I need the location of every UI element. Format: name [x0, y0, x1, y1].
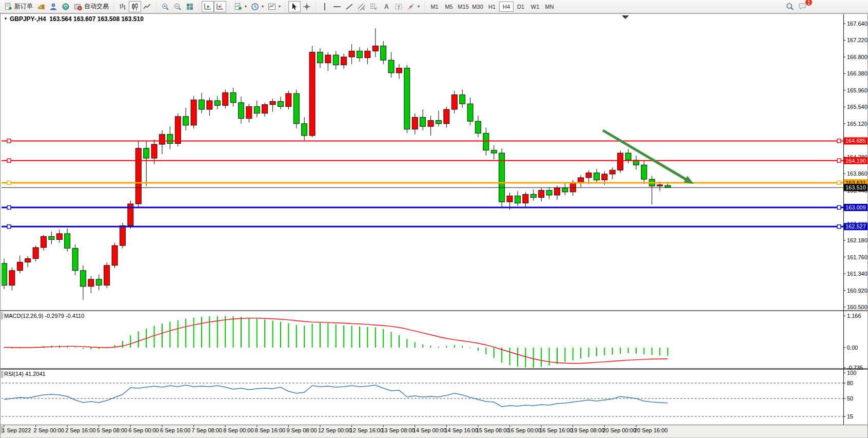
timeframe-m15[interactable]: M15 [456, 2, 470, 12]
trendline-tool-button[interactable] [343, 1, 356, 12]
mt4-window: 新订单 自动交易 [0, 0, 868, 438]
hline-handle[interactable] [837, 225, 841, 228]
timeframe-w1[interactable]: W1 [528, 2, 542, 12]
candle-body [286, 93, 291, 107]
clock-icon [251, 3, 259, 11]
fibonacci-tool-button[interactable]: F [368, 1, 380, 12]
pane-separator [1, 425, 867, 425]
candle-body [586, 173, 591, 178]
candle-body [412, 117, 418, 129]
candle-body [444, 109, 449, 124]
channel-tool-button[interactable]: E [356, 1, 368, 12]
current-price-label: 163.510 [845, 184, 866, 191]
hline-handle[interactable] [837, 206, 841, 210]
hline-handle[interactable] [7, 206, 11, 210]
symbol-dropdown-icon[interactable]: ▼ [4, 16, 8, 21]
arrows-tool-button[interactable]: ▾ [405, 1, 422, 12]
text-tool-button[interactable]: A [380, 1, 392, 12]
hline-handle[interactable] [7, 139, 11, 143]
price-axis-label: 166.380 [847, 70, 867, 77]
vertical-line-icon [321, 3, 329, 11]
toolbar-separator [423, 2, 426, 12]
crosshair-button[interactable] [301, 1, 313, 12]
dropdown-arrow-icon: ▾ [245, 4, 247, 9]
time-axis-label: 13 Sep 08:00 [381, 427, 415, 433]
line-chart-button[interactable] [141, 1, 153, 12]
time-axis-label: 12 Sep 16:00 [350, 427, 383, 433]
symbol-period-label: GBPJPY-,H4 [10, 15, 46, 23]
auto-scroll-button[interactable] [202, 1, 214, 12]
zoom-out-icon [173, 3, 182, 11]
chart-shift-button[interactable] [214, 1, 226, 12]
arrow-objects-icon [407, 3, 415, 11]
label-tool-button[interactable]: T [392, 1, 405, 12]
candle-body [562, 188, 568, 192]
candle-body [625, 153, 631, 160]
notification-badge[interactable]: 1 [805, 0, 813, 6]
search-button[interactable] [784, 1, 796, 12]
timeframe-h1[interactable]: H1 [485, 2, 499, 12]
zoom-out-button[interactable] [171, 1, 184, 12]
timeframe-m5[interactable]: M5 [442, 2, 456, 12]
toolbar: 新订单 自动交易 [0, 0, 868, 13]
hline-handle[interactable] [7, 159, 11, 162]
templates-button[interactable]: ▾ [266, 1, 283, 12]
chart-title: ▼GBPJPY-,H4 163.564 163.607 163.508 163.… [4, 15, 144, 23]
tile-windows-button[interactable] [184, 1, 196, 12]
time-axis-label: 14 Sep 00:00 [413, 427, 446, 433]
candle-body [341, 57, 347, 65]
dropdown-arrow-icon: ▾ [418, 4, 420, 9]
hline-handle[interactable] [7, 225, 11, 228]
time-axis-label: 8 Sep 00:00 [223, 427, 253, 433]
horizontal-line-tool-button[interactable] [331, 1, 343, 12]
candle-body [404, 68, 410, 129]
fibonacci-icon: F [370, 3, 378, 11]
candle-body [578, 178, 584, 182]
candle-body [539, 191, 544, 198]
hline-handle[interactable] [837, 159, 841, 162]
candlestick-chart-button[interactable] [129, 1, 141, 12]
time-axis-label: 9 Sep 08:00 [286, 427, 317, 433]
hline-handle[interactable] [837, 139, 841, 143]
candle-body [372, 46, 378, 51]
time-axis-label: 7 Sep 08:00 [192, 427, 222, 433]
zoom-in-button[interactable] [159, 1, 171, 12]
toolbar-separator [198, 2, 200, 12]
toolbar-separator [155, 2, 157, 12]
cursor-button[interactable] [288, 1, 301, 12]
timeframe-m30[interactable]: M30 [470, 2, 485, 12]
rsi-axis-label: 15 [847, 413, 853, 420]
pane-separator[interactable] [1, 310, 867, 311]
autotrading-button[interactable]: 自动交易 [72, 1, 111, 12]
megaphone-icon [37, 3, 45, 11]
hline-handle[interactable] [837, 181, 841, 184]
candle-body [451, 94, 457, 109]
timeframe-m1[interactable]: M1 [427, 2, 442, 12]
vertical-line-tool-button[interactable] [319, 1, 331, 12]
rsi-axis-label: 50 [847, 395, 853, 402]
bar-chart-button[interactable] [116, 1, 129, 12]
candle-body [523, 194, 528, 203]
time-axis-label: 6 Sep 00:00 [128, 427, 159, 433]
community-button[interactable] [47, 1, 60, 12]
candle-body [25, 259, 31, 262]
signals-button[interactable] [60, 1, 72, 12]
timeframe-h4[interactable]: H4 [499, 2, 514, 12]
candle-body [175, 117, 181, 144]
new-order-button[interactable]: 新订单 [2, 1, 35, 12]
periods-button[interactable]: ▾ [249, 1, 266, 12]
candle-body [483, 133, 489, 150]
timeframe-d1[interactable]: D1 [514, 2, 528, 12]
candle-body [397, 68, 402, 73]
indicators-button[interactable]: ▾ [232, 1, 249, 12]
price-axis-label: 161.340 [847, 271, 867, 277]
toolbar-separator [314, 2, 317, 12]
candle-body [65, 234, 70, 249]
timeframe-mn[interactable]: MN [542, 2, 557, 12]
hline-handle[interactable] [7, 181, 11, 184]
toolbar-separator [112, 2, 115, 12]
news-button[interactable] [35, 1, 47, 12]
community-person-icon [49, 3, 57, 11]
pane-separator[interactable] [1, 368, 867, 370]
chart-canvas[interactable]: 167.640167.220166.800166.380165.960165.5… [0, 0, 868, 438]
